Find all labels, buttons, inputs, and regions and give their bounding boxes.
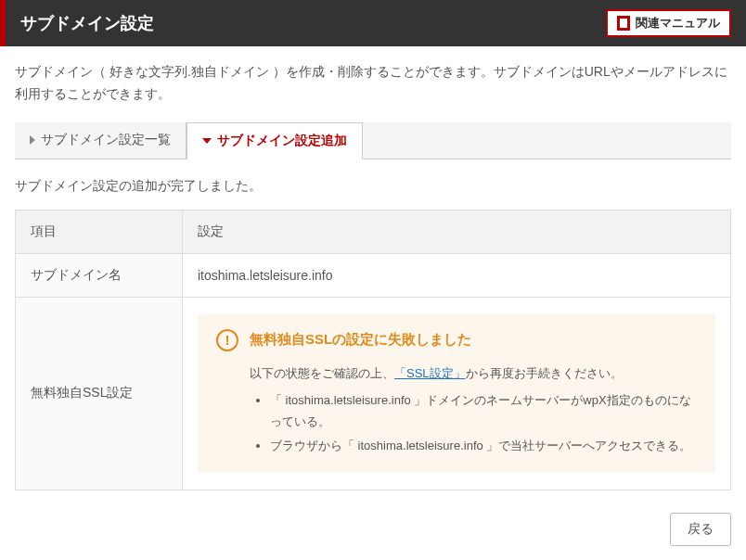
- alert-title-text: 無料独自SSLの設定に失敗しました: [250, 331, 471, 349]
- back-button[interactable]: 戻る: [670, 513, 731, 546]
- ssl-settings-link[interactable]: 「SSL設定」: [394, 366, 466, 380]
- col-setting: 設定: [183, 210, 731, 253]
- tabs: サブドメイン設定一覧 サブドメイン設定追加: [15, 122, 731, 159]
- page-header: サブドメイン設定 関連マニュアル: [0, 0, 746, 46]
- exclamation-icon: !: [216, 329, 238, 351]
- chevron-down-icon: [202, 138, 212, 144]
- row-label-subdomain: サブドメイン名: [16, 253, 183, 297]
- row-value-ssl: ! 無料独自SSLの設定に失敗しました 以下の状態をご確認の上、「SSL設定」か…: [183, 297, 731, 490]
- alert-body: 以下の状態をご確認の上、「SSL設定」から再度お手続きください。 「 itosh…: [216, 363, 697, 457]
- alert-lead-post: から再度お手続きください。: [466, 366, 623, 380]
- row-value-subdomain: itoshima.letsleisure.info: [183, 253, 731, 297]
- page-title: サブドメイン設定: [20, 12, 154, 34]
- tab-label: サブドメイン設定追加: [217, 133, 347, 149]
- col-item: 項目: [16, 210, 183, 253]
- footer: 戻る: [0, 502, 746, 546]
- ssl-alert: ! 無料独自SSLの設定に失敗しました 以下の状態をご確認の上、「SSL設定」か…: [198, 314, 715, 474]
- status-message: サブドメイン設定の追加が完了しました。: [15, 178, 731, 195]
- settings-table: 項目 設定 サブドメイン名 itoshima.letsleisure.info …: [15, 210, 731, 491]
- page-description: サブドメイン（ 好きな文字列.独自ドメイン ）を作成・削除することができます。サ…: [15, 61, 731, 106]
- tab-subdomain-add[interactable]: サブドメイン設定追加: [186, 122, 363, 159]
- alert-list: 「 itoshima.letsleisure.info 」ドメインのネームサーバ…: [250, 389, 697, 456]
- table-header-row: 項目 設定: [16, 210, 731, 253]
- manual-button-label: 関連マニュアル: [636, 15, 720, 32]
- list-item: ブラウザから「 itoshima.letsleisure.info 」で当社サー…: [270, 435, 697, 456]
- alert-lead-pre: 以下の状態をご確認の上、: [250, 366, 394, 380]
- chevron-right-icon: [30, 135, 35, 145]
- list-item: 「 itoshima.letsleisure.info 」ドメインのネームサーバ…: [270, 389, 697, 433]
- content-area: サブドメイン（ 好きな文字列.独自ドメイン ）を作成・削除することができます。サ…: [0, 46, 746, 502]
- manual-icon: [617, 16, 630, 31]
- tab-subdomain-list[interactable]: サブドメイン設定一覧: [15, 122, 186, 159]
- table-row: 無料独自SSL設定 ! 無料独自SSLの設定に失敗しました 以下の状態をご確認の…: [16, 297, 731, 490]
- alert-title-row: ! 無料独自SSLの設定に失敗しました: [216, 329, 697, 351]
- tab-label: サブドメイン設定一覧: [41, 132, 171, 148]
- table-row: サブドメイン名 itoshima.letsleisure.info: [16, 253, 731, 297]
- row-label-ssl: 無料独自SSL設定: [16, 297, 183, 490]
- related-manual-button[interactable]: 関連マニュアル: [606, 9, 731, 37]
